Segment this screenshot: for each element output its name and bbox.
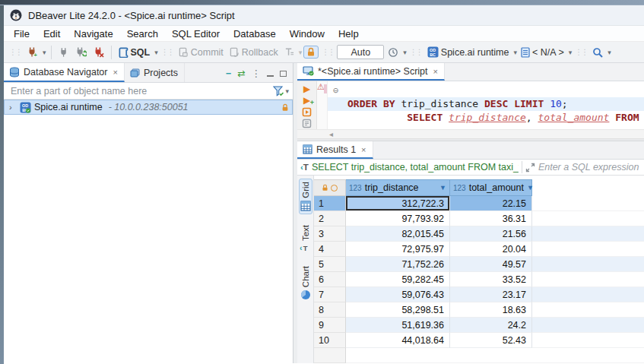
disconnect-button[interactable] xyxy=(90,45,106,59)
grid-cell[interactable]: 36.31 xyxy=(450,211,532,226)
execute-script-button[interactable] xyxy=(302,107,312,118)
grid-cell[interactable]: 97,793.92 xyxy=(346,211,450,226)
execute-new-tab-button[interactable]: ▶+ xyxy=(303,95,310,106)
grid-cell[interactable]: 33.52 xyxy=(450,272,532,287)
new-connection-button[interactable]: + xyxy=(24,45,40,59)
search-button[interactable] xyxy=(590,46,605,59)
row-number-cell[interactable]: 5 xyxy=(314,257,346,272)
tab-database-navigator[interactable]: Database Navigator × xyxy=(4,63,125,82)
table-row[interactable]: 1312,722.322.15 xyxy=(314,196,644,211)
view-menu-icon[interactable]: ⋮ xyxy=(252,68,262,79)
row-number-cell[interactable]: 3 xyxy=(314,226,346,242)
menu-item-file[interactable]: File xyxy=(7,27,36,40)
grid-cell[interactable]: 72,975.97 xyxy=(346,242,450,257)
commit-mode-combo[interactable]: Auto xyxy=(337,45,384,59)
row-number-cell[interactable]: 4 xyxy=(314,242,346,257)
column-header-trip_distance[interactable]: 123trip_distance▼ xyxy=(346,179,450,196)
menu-item-database[interactable]: Database xyxy=(227,27,283,40)
close-tab-icon[interactable]: × xyxy=(433,67,438,76)
active-connection-selector[interactable]: ODBC Spice.ai runtime xyxy=(425,45,512,59)
tab-script-editor[interactable]: *<Spice.ai runtime> Script × xyxy=(297,63,445,81)
table-row[interactable]: 1044,018.6452.43 xyxy=(314,333,644,348)
grid-cell[interactable]: 44,018.64 xyxy=(346,333,450,348)
grid-corner-cell[interactable] xyxy=(314,179,346,196)
close-tab-icon[interactable]: × xyxy=(361,145,366,154)
grid-cell[interactable]: 312,722.3 xyxy=(346,196,450,211)
menu-item-help[interactable]: Help xyxy=(332,27,366,40)
table-row[interactable]: 297,793.9236.31 xyxy=(314,211,644,226)
close-tab-icon[interactable]: × xyxy=(113,68,117,77)
grid-cell[interactable]: 23.17 xyxy=(450,287,532,302)
active-schema-caret[interactable]: ▾ xyxy=(569,49,573,56)
fold-icon[interactable]: ⊖ xyxy=(333,84,338,97)
code-line-1[interactable]: ⊖ SELECT trip_distance, total_amount FRO… xyxy=(328,84,644,97)
sql-editor-caret[interactable]: ▾ xyxy=(154,49,158,56)
scroll-left-arrow-icon[interactable]: ◂ xyxy=(329,130,333,138)
row-number-cell[interactable]: 2 xyxy=(314,211,346,226)
search-caret[interactable]: ▾ xyxy=(608,49,611,56)
grid-cell[interactable]: 82,015.45 xyxy=(346,226,450,242)
row-number-cell[interactable]: 10 xyxy=(314,333,346,348)
connect-button[interactable] xyxy=(56,46,71,59)
grid-cell[interactable]: 49.57 xyxy=(450,257,532,272)
editor-horizontal-scrollbar[interactable]: ◂ xyxy=(297,130,644,139)
table-row[interactable]: 659,282.4533.52 xyxy=(314,272,644,287)
active-connection-caret[interactable]: ▾ xyxy=(513,49,517,56)
grid-cell[interactable]: 52.43 xyxy=(450,333,532,348)
table-row[interactable]: 759,076.4323.17 xyxy=(314,287,644,302)
menu-item-search[interactable]: Search xyxy=(120,27,165,40)
tab-results-1[interactable]: Results 1 × xyxy=(297,141,373,159)
link-with-editor-icon[interactable]: ⇄ xyxy=(237,68,245,79)
table-row[interactable]: 472,975.9720.04 xyxy=(314,242,644,257)
grid-cell[interactable]: 59,282.45 xyxy=(346,272,450,287)
menu-item-edit[interactable]: Edit xyxy=(36,27,67,40)
table-row[interactable]: 858,298.5118.63 xyxy=(314,302,644,318)
grid-cell[interactable]: 18.63 xyxy=(450,302,532,318)
code-line-2[interactable]: ORDER BY trip_distance DESC LIMIT 10; xyxy=(328,97,644,111)
collapse-all-icon[interactable]: − xyxy=(226,68,231,79)
grid-cell[interactable]: 22.15 xyxy=(450,196,532,211)
explain-plan-button[interactable] xyxy=(302,119,312,129)
grid-cell[interactable]: 59,076.43 xyxy=(346,287,450,302)
row-number-cell[interactable]: 8 xyxy=(314,302,346,318)
expand-chevron-icon[interactable]: › xyxy=(9,103,17,112)
autocommit-lock-toggle[interactable] xyxy=(303,46,319,59)
row-number-cell[interactable]: 1 xyxy=(314,196,346,211)
table-row[interactable]: 571,752.2649.57 xyxy=(314,257,644,272)
filter-funnel-icon[interactable] xyxy=(273,86,284,97)
transaction-caret[interactable]: ▾ xyxy=(299,49,303,56)
menu-item-sql-editor[interactable]: SQL Editor xyxy=(165,27,227,40)
row-number-cell[interactable]: 6 xyxy=(314,272,346,287)
table-row[interactable]: 382,015.4521.56 xyxy=(314,226,644,242)
menu-item-navigate[interactable]: Navigate xyxy=(67,27,119,40)
table-row[interactable]: 951,619.3624.2 xyxy=(314,318,644,333)
transaction-history-button[interactable] xyxy=(385,46,401,59)
grid-cell[interactable]: 21.56 xyxy=(450,226,532,242)
row-number-cell[interactable]: 9 xyxy=(314,318,346,333)
new-connection-caret[interactable]: ▾ xyxy=(43,49,46,56)
grid-cell[interactable]: 20.04 xyxy=(450,242,532,257)
minimize-panel-icon[interactable] xyxy=(267,71,274,77)
active-schema-selector[interactable]: < N/A > xyxy=(519,46,566,59)
tab-projects[interactable]: Projects xyxy=(125,63,185,82)
grid-cell[interactable]: 71,752.26 xyxy=(346,257,450,272)
reconnect-button[interactable] xyxy=(73,45,89,59)
execute-statement-button[interactable]: ▶ xyxy=(303,84,310,94)
grid-cell[interactable]: 58,298.51 xyxy=(346,302,450,318)
rollback-button[interactable]: Rollback xyxy=(227,46,281,59)
grid-cell[interactable]: 51,619.36 xyxy=(346,318,450,333)
transaction-history-caret[interactable]: ▾ xyxy=(403,49,407,56)
transaction-log-button[interactable] xyxy=(282,46,297,59)
row-number-cell[interactable]: 7 xyxy=(314,287,346,302)
sort-caret-icon[interactable]: ▼ xyxy=(439,184,446,191)
filter-expression-input[interactable]: Enter a SQL expression to xyxy=(538,162,641,173)
object-filter-input[interactable] xyxy=(9,85,273,97)
presentation-tab-grid[interactable]: Grid xyxy=(299,179,312,214)
maximize-panel-icon[interactable] xyxy=(280,71,287,77)
column-header-total_amount[interactable]: 123total_amount▼ xyxy=(450,179,532,196)
presentation-tab-text[interactable]: Text‹T xyxy=(298,222,312,255)
code-area[interactable]: ⊖ SELECT trip_distance, total_amount FRO… xyxy=(328,81,644,129)
presentation-tab-chart[interactable]: Chart xyxy=(299,263,312,303)
connection-tree-item[interactable]: › ODBC Spice.ai runtime - 10.0.0.238:500… xyxy=(4,100,293,115)
filter-caret[interactable]: ▾ xyxy=(285,87,289,95)
